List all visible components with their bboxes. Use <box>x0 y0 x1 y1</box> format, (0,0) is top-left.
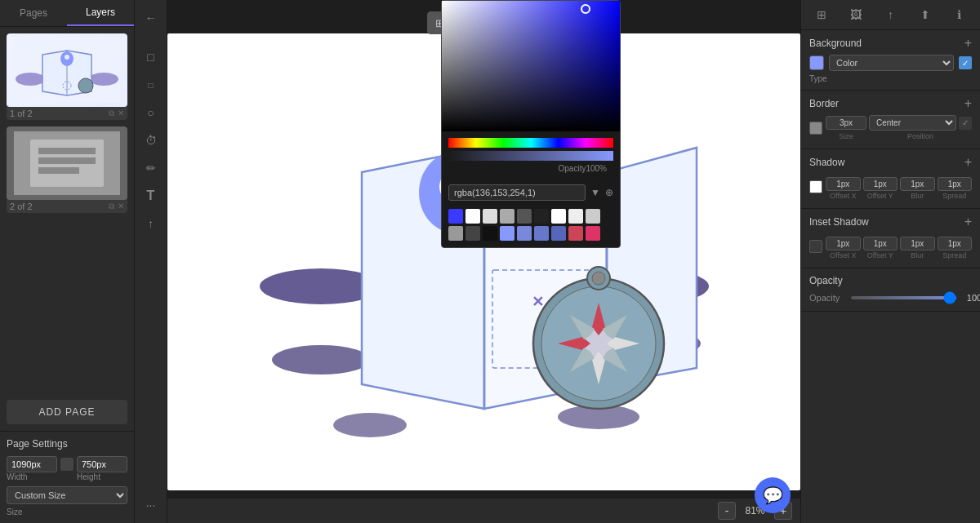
cp-swatch-item[interactable] <box>534 209 549 224</box>
upload-icon[interactable]: ↑ <box>140 212 163 235</box>
cp-hue-slider[interactable] <box>448 138 613 148</box>
text-icon[interactable]: T <box>140 184 163 207</box>
svg-point-7 <box>78 78 93 93</box>
rp-export-icon[interactable]: ↑ <box>879 5 902 24</box>
rp-info-icon[interactable]: ℹ <box>948 5 971 24</box>
cp-swatch-item[interactable] <box>517 209 532 224</box>
page-copy-icon[interactable]: ⧉ <box>109 109 114 118</box>
left-sidebar: Pages Layers <box>0 0 135 523</box>
shadow-inputs-grid: Offset X Offset Y Blur Spread <box>826 177 972 200</box>
cp-handle[interactable] <box>581 4 590 14</box>
opacity-value: 100% <box>961 293 980 303</box>
background-type-label: Type <box>809 74 972 83</box>
right-panel: ⊞ 🖼 ↑ ⬆ ℹ Background + Color ✓ Type Bord… <box>800 0 980 523</box>
pen-icon[interactable]: ✏ <box>140 157 163 180</box>
cp-swatch-item[interactable] <box>448 209 463 224</box>
opacity-row: Opacity 100% ✓ <box>809 291 972 304</box>
inset-offset-y-cell: Offset Y <box>863 237 898 259</box>
page-thumb-1[interactable]: 1 of 2 ⧉ ✕ <box>7 33 127 120</box>
border-visible-checkbox[interactable]: ✓ <box>959 117 972 130</box>
background-type-select[interactable]: Color <box>829 55 954 71</box>
square-icon[interactable]: □ <box>140 46 163 69</box>
background-header: Background + <box>809 37 972 50</box>
cp-swatch-item[interactable] <box>586 209 600 224</box>
cp-swatch-item[interactable] <box>500 209 514 224</box>
shadow-offset-x-input[interactable] <box>826 177 861 191</box>
shadow-offset-y-input[interactable] <box>863 177 898 191</box>
background-visible-checkbox[interactable]: ✓ <box>959 56 972 69</box>
shadow-spread-input[interactable] <box>938 177 973 191</box>
more-icon[interactable]: ··· <box>140 494 163 516</box>
page-1-label: 1 of 2 ⧉ ✕ <box>7 107 127 120</box>
svg-point-6 <box>65 55 69 60</box>
page2-preview-svg <box>14 131 120 195</box>
cp-swatch-item[interactable] <box>466 209 480 224</box>
cp-swatch-item[interactable] <box>500 226 514 241</box>
cp-swatch-item[interactable] <box>551 209 566 224</box>
cp-alpha-slider[interactable] <box>448 151 613 161</box>
page-2-label: 2 of 2 ⧉ ✕ <box>7 200 127 213</box>
border-color-swatch[interactable] <box>809 122 822 135</box>
rp-share-icon[interactable]: ⬆ <box>914 5 937 24</box>
shadow-blur-input[interactable] <box>900 177 935 191</box>
cp-swatch-item[interactable] <box>551 226 566 241</box>
cp-swatch-item[interactable] <box>568 209 583 224</box>
page2-delete-icon[interactable]: ✕ <box>118 202 124 211</box>
cp-gradient[interactable] <box>442 1 620 131</box>
page2-copy-icon[interactable]: ⧉ <box>109 202 114 211</box>
cp-swatch-item[interactable] <box>466 226 480 241</box>
zoom-bar: - 81% + <box>167 498 800 523</box>
border-add-icon[interactable]: + <box>964 97 972 110</box>
rp-grid-icon[interactable]: ⊞ <box>810 5 833 24</box>
page-delete-icon[interactable]: ✕ <box>118 109 124 118</box>
cp-swatch-item[interactable] <box>483 209 497 224</box>
inset-shadow-color-swatch[interactable] <box>809 240 822 253</box>
tab-pages[interactable]: Pages <box>0 0 67 26</box>
border-position-select[interactable]: Center <box>869 115 956 131</box>
cp-hex-input[interactable] <box>448 184 586 201</box>
inset-spread-input[interactable] <box>938 237 973 250</box>
add-page-button[interactable]: ADD PAGE <box>7 400 127 424</box>
cp-swatch-item[interactable] <box>586 226 600 241</box>
circle-icon[interactable]: ○ <box>140 101 163 124</box>
inset-offset-y-input[interactable] <box>863 237 898 250</box>
cp-swatch-item[interactable] <box>448 226 463 241</box>
border-inputs: Center ✓ Size Position <box>826 115 972 140</box>
cp-arrow-icon[interactable]: ▼ <box>590 187 600 198</box>
svg-point-16 <box>272 345 370 375</box>
size-select[interactable]: Custom Size <box>7 486 127 504</box>
inset-blur-input[interactable] <box>900 237 935 250</box>
chat-bubble[interactable]: 💬 <box>755 477 791 513</box>
background-color-swatch[interactable] <box>809 55 824 70</box>
cp-dropper-icon[interactable]: ⊕ <box>605 187 613 198</box>
shadow-color-swatch[interactable] <box>809 180 822 193</box>
border-size-input[interactable] <box>826 116 866 130</box>
page-thumb-2[interactable]: 2 of 2 ⧉ ✕ <box>7 126 127 213</box>
border-section: Border + Center ✓ Size Position <box>801 91 980 149</box>
border-row: Center ✓ Size Position <box>809 115 972 140</box>
tab-layers[interactable]: Layers <box>67 0 134 26</box>
shadow-blur-cell: Blur <box>900 177 935 200</box>
cp-swatch-item[interactable] <box>517 226 532 241</box>
clock-icon[interactable]: ⏱ <box>140 129 163 152</box>
back-icon[interactable]: ← <box>140 7 163 29</box>
small-square-icon[interactable]: □ <box>140 73 163 96</box>
cp-swatch-item[interactable] <box>534 226 549 241</box>
cp-swatch-item[interactable] <box>483 226 497 241</box>
inset-shadow-add-icon[interactable]: + <box>964 215 972 228</box>
width-input[interactable] <box>7 456 57 472</box>
shadow-add-icon[interactable]: + <box>964 156 972 169</box>
opacity-slider[interactable] <box>851 296 956 299</box>
zoom-minus-button[interactable]: - <box>718 502 736 520</box>
cp-swatch-item[interactable] <box>568 226 583 241</box>
rp-image-icon[interactable]: 🖼 <box>844 5 867 24</box>
inset-spread-cell: Spread <box>938 237 973 259</box>
shadow-offset-y-label: Offset Y <box>863 192 898 200</box>
svg-point-18 <box>333 413 407 437</box>
background-add-icon[interactable]: + <box>964 37 972 50</box>
height-input[interactable] <box>77 456 127 472</box>
cp-bottom: ▼ ⊕ <box>442 180 620 206</box>
inset-offset-x-input[interactable] <box>826 237 861 250</box>
page-2-icons: ⧉ ✕ <box>109 202 124 211</box>
shadow-offset-y-cell: Offset Y <box>863 177 898 200</box>
